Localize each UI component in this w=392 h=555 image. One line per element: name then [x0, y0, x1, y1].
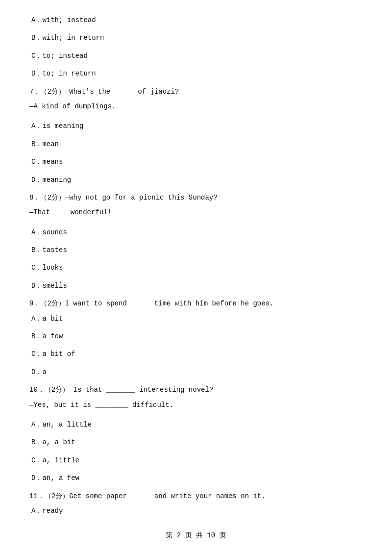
option-line: D．a: [29, 367, 363, 378]
question-line: 10．（2分）—Is that _______ interesting nove…: [29, 384, 363, 395]
option-line: B．with; in return: [29, 32, 363, 43]
question-line: 11．（2分）Get some paper and write your nam…: [29, 491, 363, 502]
option-line: B．a few: [29, 331, 363, 342]
answer-line: —That wonderful!: [29, 207, 363, 218]
question-line: 9．（2分）I want to spend time with him befo…: [29, 298, 363, 309]
question-line: 8．（2分）—why not go for a picnic this Sund…: [29, 192, 363, 203]
option-line: D．smells: [29, 280, 363, 291]
page-footer: 第 2 页 共 10 页: [29, 531, 363, 540]
option-line: D．meaning: [29, 175, 363, 185]
option-line: D．an, a few: [29, 473, 363, 483]
option-line: C．looks: [29, 262, 363, 273]
answer-line: —A kind of dumplings.: [29, 101, 363, 112]
option-line: D．to; in return: [29, 68, 363, 79]
option-line: C．a bit of: [29, 349, 363, 359]
option-line: B．tastes: [29, 245, 363, 255]
option-line: A．ready: [29, 505, 363, 516]
option-line: B．a, a bit: [29, 437, 363, 448]
answer-line: —Yes, but it is ________ difficult.: [29, 400, 363, 410]
option-line: A．with; instead: [29, 15, 363, 25]
option-line: A．sounds: [29, 227, 363, 238]
option-line: B．mean: [29, 139, 363, 150]
option-line: C．a, little: [29, 455, 363, 466]
option-line: A．a bit: [29, 313, 363, 324]
option-line: A．an, a little: [29, 419, 363, 430]
option-line: C．means: [29, 156, 363, 167]
question-line: 7．（2分）—What's the of jiaozi?: [29, 86, 363, 97]
option-line: A．is meaning: [29, 121, 363, 131]
option-line: C．to; instead: [29, 50, 363, 61]
